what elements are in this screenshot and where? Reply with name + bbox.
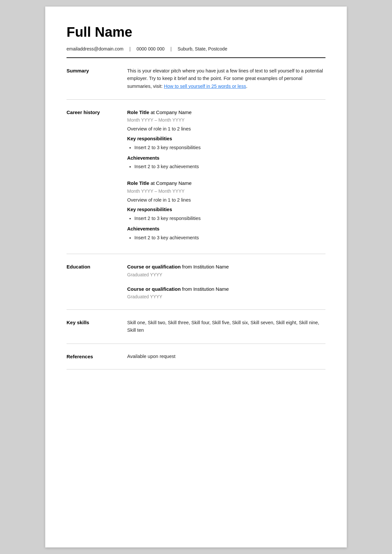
summary-label: Summary [67, 67, 127, 90]
edu-1-course-rest: from Institution Name [181, 264, 229, 269]
job-2-company: at Company Name [150, 180, 191, 186]
job-1-achievements-label: Achievements [127, 155, 325, 162]
email: emailaddress@domain.com [67, 46, 124, 51]
list-item: Insert 2 to 3 key achievements [134, 234, 325, 242]
career-history-section: Career history Role Title at Company Nam… [67, 100, 325, 254]
separator-2: | [170, 46, 172, 51]
edu-block-2: Course or qualification from Institution… [127, 286, 325, 301]
edu-2-title-line: Course or qualification from Institution… [127, 286, 325, 293]
key-skills-content: Skill one, Skill two, Skill three, Skill… [127, 319, 325, 334]
job-1-company: at Company Name [150, 109, 191, 115]
career-history-content: Role Title at Company Name Month YYYY – … [127, 109, 325, 245]
location: Suburb, State, Postcode [178, 46, 227, 51]
job-2-overview: Overview of role in 1 to 2 lines [127, 197, 325, 204]
job-2-title-line: Role Title at Company Name [127, 180, 325, 187]
contact-row: emailaddress@domain.com | 0000 000 000 |… [67, 46, 325, 51]
job-block-1: Role Title at Company Name Month YYYY – … [127, 109, 325, 170]
summary-content: This is your elevator pitch where you ha… [127, 67, 325, 90]
job-1-title-line: Role Title at Company Name [127, 109, 325, 116]
phone: 0000 000 000 [136, 46, 165, 51]
references-label: References [67, 353, 127, 360]
edu-1-graduated: Graduated YYYY [127, 271, 325, 278]
separator-1: | [129, 46, 131, 51]
summary-text: This is your elevator pitch where you ha… [127, 67, 325, 90]
edu-1-title-line: Course or qualification from Institution… [127, 263, 325, 271]
full-name: Full Name [67, 25, 325, 40]
job-2-title: Role Title [127, 180, 149, 186]
education-label: Education [67, 263, 127, 300]
edu-1-course-bold: Course or qualification [127, 264, 181, 269]
job-1-dates: Month YYYY – Month YYYY [127, 117, 325, 124]
header-section: Full Name emailaddress@domain.com | 0000… [67, 25, 325, 58]
references-section: References Available upon request [67, 344, 325, 370]
list-item: Insert 2 to 3 key responsibilities [134, 215, 325, 222]
key-skills-label: Key skills [67, 319, 127, 334]
references-text: Available upon request [127, 353, 325, 360]
education-section: Education Course or qualification from I… [67, 254, 325, 310]
resume-page: Full Name emailaddress@domain.com | 0000… [45, 7, 347, 547]
job-2-responsibilities-label: Key responsibilities [127, 206, 325, 213]
skills-text: Skill one, Skill two, Skill three, Skill… [127, 319, 325, 334]
job-2-achievements-label: Achievements [127, 226, 325, 233]
job-1-title: Role Title [127, 109, 149, 115]
summary-text-after: . [246, 84, 247, 89]
job-1-overview: Overview of role in 1 to 2 lines [127, 126, 325, 133]
edu-2-course-rest: from Institution Name [181, 286, 229, 292]
job-2-achievements-list: Insert 2 to 3 key achievements [127, 234, 325, 242]
career-history-label: Career history [67, 109, 127, 245]
education-content: Course or qualification from Institution… [127, 263, 325, 300]
job-block-2: Role Title at Company Name Month YYYY – … [127, 180, 325, 241]
job-2-dates: Month YYYY – Month YYYY [127, 188, 325, 195]
edu-2-course-bold: Course or qualification [127, 286, 181, 292]
references-content: Available upon request [127, 353, 325, 360]
job-1-achievements-list: Insert 2 to 3 key achievements [127, 163, 325, 170]
list-item: Insert 2 to 3 key responsibilities [134, 144, 325, 151]
job-1-responsibilities-label: Key responsibilities [127, 135, 325, 143]
edu-block-1: Course or qualification from Institution… [127, 263, 325, 278]
key-skills-section: Key skills Skill one, Skill two, Skill t… [67, 310, 325, 344]
job-2-responsibilities-list: Insert 2 to 3 key responsibilities [127, 215, 325, 222]
summary-link[interactable]: How to sell yourself in 25 words or less [164, 84, 246, 89]
job-1-responsibilities-list: Insert 2 to 3 key responsibilities [127, 144, 325, 151]
edu-2-graduated: Graduated YYYY [127, 293, 325, 300]
summary-section: Summary This is your elevator pitch wher… [67, 58, 325, 100]
list-item: Insert 2 to 3 key achievements [134, 163, 325, 170]
